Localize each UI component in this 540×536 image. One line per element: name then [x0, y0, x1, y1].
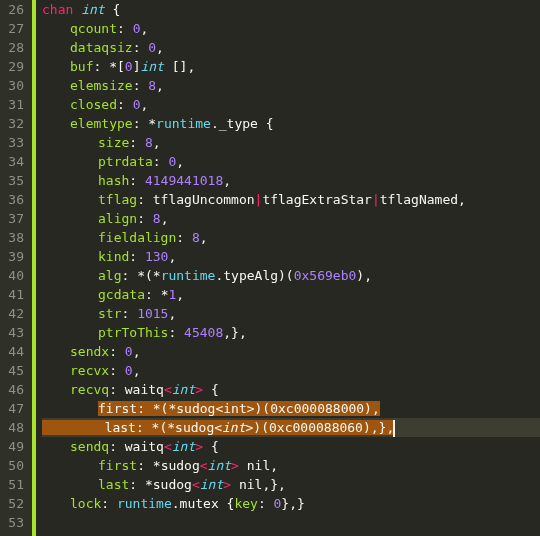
line-number: 40	[6, 266, 24, 285]
code-line[interactable]	[42, 513, 540, 532]
code-line[interactable]: recvx: 0,	[42, 361, 540, 380]
line-number: 48	[6, 418, 24, 437]
line-number: 42	[6, 304, 24, 323]
line-number: 43	[6, 323, 24, 342]
line-number: 53	[6, 513, 24, 532]
code-line[interactable]: sendx: 0,	[42, 342, 540, 361]
code-line[interactable]: chan int {	[42, 0, 540, 19]
line-number: 52	[6, 494, 24, 513]
line-number: 51	[6, 475, 24, 494]
line-number: 34	[6, 152, 24, 171]
text-selection: last: *(*sudog<int>)(0xc000088060),},	[42, 420, 394, 435]
code-line[interactable]: str: 1015,	[42, 304, 540, 323]
line-number: 41	[6, 285, 24, 304]
code-editor[interactable]: 26 27 28 29 30 31 32 33 34 35 36 37 38 3…	[0, 0, 540, 536]
line-number: 32	[6, 114, 24, 133]
code-line[interactable]: tflag: tflagUncommon|tflagExtraStar|tfla…	[42, 190, 540, 209]
code-line[interactable]: first: *sudog<int> nil,	[42, 456, 540, 475]
code-line[interactable]: alg: *(*runtime.typeAlg)(0x569eb0),	[42, 266, 540, 285]
line-number: 35	[6, 171, 24, 190]
line-number-gutter: 26 27 28 29 30 31 32 33 34 35 36 37 38 3…	[0, 0, 32, 536]
line-number: 49	[6, 437, 24, 456]
line-number: 27	[6, 19, 24, 38]
line-number: 44	[6, 342, 24, 361]
line-number: 37	[6, 209, 24, 228]
line-number: 31	[6, 95, 24, 114]
text-selection: first: *(*sudog<int>)(0xc000088000),	[98, 401, 380, 416]
line-number: 45	[6, 361, 24, 380]
code-line[interactable]: first: *(*sudog<int>)(0xc000088000),	[42, 399, 540, 418]
code-line-active[interactable]: last: *(*sudog<int>)(0xc000088060),},	[42, 418, 540, 437]
code-line[interactable]: size: 8,	[42, 133, 540, 152]
code-line[interactable]: ptrdata: 0,	[42, 152, 540, 171]
line-number: 26	[6, 0, 24, 19]
code-line[interactable]: kind: 130,	[42, 247, 540, 266]
line-number: 36	[6, 190, 24, 209]
line-number: 28	[6, 38, 24, 57]
code-line[interactable]: closed: 0,	[42, 95, 540, 114]
text-cursor	[393, 420, 395, 437]
code-line[interactable]: elemtype: *runtime._type {	[42, 114, 540, 133]
code-line[interactable]: dataqsiz: 0,	[42, 38, 540, 57]
code-line[interactable]: fieldalign: 8,	[42, 228, 540, 247]
line-number: 50	[6, 456, 24, 475]
line-number: 46	[6, 380, 24, 399]
code-line[interactable]: elemsize: 8,	[42, 76, 540, 95]
line-number: 38	[6, 228, 24, 247]
line-number: 29	[6, 57, 24, 76]
code-line[interactable]: recvq: waitq<int> {	[42, 380, 540, 399]
code-area[interactable]: chan int { qcount: 0, dataqsiz: 0, buf: …	[36, 0, 540, 536]
code-line[interactable]: sendq: waitq<int> {	[42, 437, 540, 456]
code-line[interactable]: lock: runtime.mutex {key: 0},}	[42, 494, 540, 513]
code-line[interactable]: ptrToThis: 45408,},	[42, 323, 540, 342]
code-line[interactable]: gcdata: *1,	[42, 285, 540, 304]
code-line[interactable]: buf: *[0]int [],	[42, 57, 540, 76]
line-number: 30	[6, 76, 24, 95]
line-number: 33	[6, 133, 24, 152]
code-line[interactable]: align: 8,	[42, 209, 540, 228]
code-line[interactable]: hash: 4149441018,	[42, 171, 540, 190]
line-number: 47	[6, 399, 24, 418]
code-line[interactable]: last: *sudog<int> nil,},	[42, 475, 540, 494]
code-line[interactable]: qcount: 0,	[42, 19, 540, 38]
line-number: 39	[6, 247, 24, 266]
